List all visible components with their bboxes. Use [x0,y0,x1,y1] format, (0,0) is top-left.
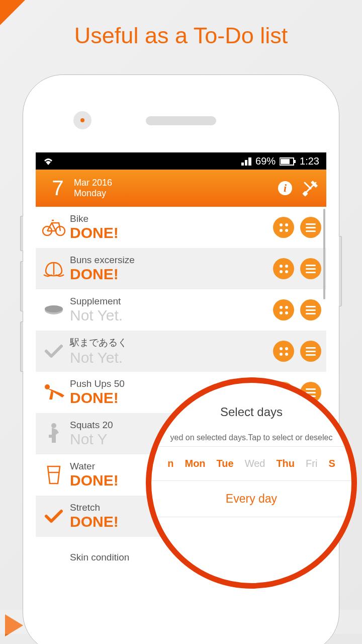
wifi-icon [43,155,54,167]
headline-text: Useful as a To-Do list [0,23,362,49]
info-button[interactable]: i [275,178,295,198]
item-count-button[interactable] [273,299,294,320]
item-count-button[interactable] [273,217,294,238]
item-icon [38,338,70,364]
svg-rect-1 [281,159,290,164]
settings-button[interactable] [300,178,320,198]
svg-point-10 [45,384,50,389]
day-toggle[interactable]: Fri [306,458,317,469]
item-icon [38,462,70,488]
item-icon [38,379,70,406]
status-bar: 69% 1:23 [36,152,326,170]
item-icon [38,503,70,529]
day-toggle[interactable]: Wed [245,458,265,469]
item-title: Bike [70,213,267,224]
phone-side-button [20,321,23,372]
header-weekday: Monday [74,188,270,199]
list-item[interactable]: SupplementNot Yet. [36,289,326,331]
item-status: Not Yet. [70,307,267,324]
header-month: Mar 2016 [74,178,270,188]
phone-speaker [146,116,216,125]
svg-point-9 [45,305,63,312]
day-toggle[interactable]: Tue [217,458,234,469]
day-selector-row: nMonTueWedThuFriS [151,447,351,481]
day-toggle[interactable]: S [328,458,335,469]
svg-text:i: i [284,182,287,194]
item-icon [38,214,70,240]
day-toggle[interactable]: Thu [276,458,295,469]
item-title: Supplement [70,296,267,307]
phone-side-button [20,216,23,251]
item-status: DONE! [70,224,267,242]
item-title: Buns excersize [70,255,267,266]
item-icon [38,297,70,323]
item-title: 駅まであるく [70,336,267,349]
list-item[interactable]: BikeDONE! [36,207,326,248]
item-menu-button[interactable] [300,217,321,238]
item-menu-button[interactable] [300,299,321,320]
select-days-popup: Select days yed on selected days.Tap to … [146,377,357,589]
battery-icon [280,155,296,167]
popup-subtitle: yed on selected days.Tap to select or de… [151,419,351,447]
app-header: 7 Mar 2016 Monday i [36,170,326,207]
phone-side-button [339,236,342,306]
item-icon [38,421,70,447]
day-toggle[interactable]: Mon [185,458,205,469]
corner-decoration [0,0,25,25]
scroll-indicator [323,209,325,299]
item-count-button[interactable] [273,341,294,362]
item-icon [38,256,70,282]
signal-icon [241,155,251,167]
item-icon [38,544,70,571]
svg-point-11 [51,423,56,428]
phone-camera [73,111,92,129]
header-day-number: 7 [42,176,74,200]
day-toggle[interactable]: n [167,458,173,469]
item-menu-button[interactable] [300,258,321,279]
item-count-button[interactable] [273,258,294,279]
item-status: DONE! [70,266,267,283]
list-item[interactable]: Buns excersizeDONE! [36,248,326,289]
list-item[interactable]: 駅まであるくNot Yet. [36,331,326,372]
clock-time: 1:23 [300,155,319,167]
every-day-button[interactable]: Every day [151,481,351,517]
battery-percent: 69% [255,155,276,167]
svg-rect-2 [294,160,296,163]
phone-side-button [20,261,23,311]
item-status: Not Yet. [70,349,267,366]
item-menu-button[interactable] [300,341,321,362]
